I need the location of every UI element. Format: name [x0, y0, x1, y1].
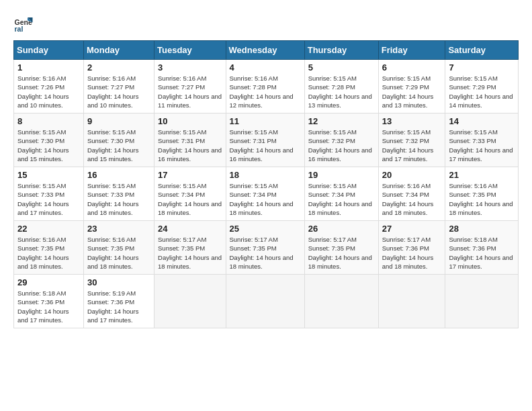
svg-text:ral: ral: [15, 25, 24, 33]
calendar-cell-day-28: 28Sunrise: 5:18 AMSunset: 7:36 PMDayligh…: [445, 221, 519, 275]
day-info: Sunrise: 5:16 AMSunset: 7:35 PMDaylight:…: [87, 235, 150, 271]
column-header-tuesday: Tuesday: [154, 41, 226, 60]
day-info: Sunrise: 5:15 AMSunset: 7:31 PMDaylight:…: [158, 128, 222, 163]
day-info: Sunrise: 5:15 AMSunset: 7:33 PMDaylight:…: [449, 128, 515, 163]
day-number: 3: [158, 62, 222, 73]
calendar-cell-day-1: 1Sunrise: 5:16 AMSunset: 7:26 PMDaylight…: [14, 60, 84, 113]
day-number: 19: [308, 170, 375, 180]
calendar-cell-day-17: 17Sunrise: 5:15 AMSunset: 7:34 PMDayligh…: [154, 167, 226, 221]
day-number: 30: [87, 277, 150, 287]
logo-icon: Gene ral: [13, 13, 34, 34]
column-header-monday: Monday: [83, 41, 154, 60]
day-number: 5: [308, 62, 375, 73]
calendar-cell-day-13: 13Sunrise: 5:15 AMSunset: 7:32 PMDayligh…: [378, 113, 445, 167]
day-info: Sunrise: 5:16 AMSunset: 7:35 PMDaylight:…: [17, 235, 80, 271]
day-info: Sunrise: 5:17 AMSunset: 7:36 PMDaylight:…: [382, 235, 442, 271]
day-info: Sunrise: 5:17 AMSunset: 7:35 PMDaylight:…: [158, 235, 222, 271]
day-info: Sunrise: 5:16 AMSunset: 7:28 PMDaylight:…: [230, 74, 301, 109]
day-number: 6: [382, 62, 442, 73]
day-info: Sunrise: 5:15 AMSunset: 7:29 PMDaylight:…: [449, 74, 515, 109]
day-number: 27: [382, 224, 442, 234]
day-number: 13: [382, 116, 442, 126]
day-info: Sunrise: 5:15 AMSunset: 7:30 PMDaylight:…: [87, 128, 150, 163]
day-info: Sunrise: 5:15 AMSunset: 7:33 PMDaylight:…: [17, 181, 80, 217]
day-number: 9: [87, 116, 150, 126]
empty-cell: [304, 275, 378, 328]
day-info: Sunrise: 5:16 AMSunset: 7:35 PMDaylight:…: [449, 181, 515, 217]
calendar-week-3: 15Sunrise: 5:15 AMSunset: 7:33 PMDayligh…: [14, 167, 519, 221]
day-number: 15: [17, 170, 80, 180]
day-info: Sunrise: 5:18 AMSunset: 7:36 PMDaylight:…: [449, 235, 515, 271]
calendar-week-4: 22Sunrise: 5:16 AMSunset: 7:35 PMDayligh…: [14, 221, 519, 275]
day-info: Sunrise: 5:16 AMSunset: 7:27 PMDaylight:…: [87, 74, 150, 109]
calendar-cell-day-22: 22Sunrise: 5:16 AMSunset: 7:35 PMDayligh…: [14, 221, 84, 275]
day-info: Sunrise: 5:15 AMSunset: 7:34 PMDaylight:…: [158, 181, 222, 217]
day-info: Sunrise: 5:15 AMSunset: 7:30 PMDaylight:…: [17, 128, 80, 163]
calendar-cell-day-21: 21Sunrise: 5:16 AMSunset: 7:35 PMDayligh…: [445, 167, 519, 221]
day-number: 11: [230, 116, 301, 126]
calendar-cell-day-7: 7Sunrise: 5:15 AMSunset: 7:29 PMDaylight…: [445, 60, 519, 113]
column-header-friday: Friday: [378, 41, 445, 60]
calendar-cell-day-9: 9Sunrise: 5:15 AMSunset: 7:30 PMDaylight…: [83, 113, 154, 167]
day-number: 10: [158, 116, 222, 126]
calendar-cell-day-12: 12Sunrise: 5:15 AMSunset: 7:32 PMDayligh…: [304, 113, 378, 167]
calendar-header-row: SundayMondayTuesdayWednesdayThursdayFrid…: [14, 41, 519, 60]
day-info: Sunrise: 5:17 AMSunset: 7:35 PMDaylight:…: [308, 235, 375, 271]
day-info: Sunrise: 5:15 AMSunset: 7:32 PMDaylight:…: [308, 128, 375, 163]
day-number: 18: [230, 170, 301, 180]
day-info: Sunrise: 5:19 AMSunset: 7:36 PMDaylight:…: [87, 289, 150, 324]
day-number: 29: [17, 277, 80, 287]
day-info: Sunrise: 5:15 AMSunset: 7:31 PMDaylight:…: [230, 128, 301, 163]
column-header-sunday: Sunday: [14, 41, 84, 60]
calendar-cell-day-11: 11Sunrise: 5:15 AMSunset: 7:31 PMDayligh…: [226, 113, 304, 167]
day-info: Sunrise: 5:15 AMSunset: 7:28 PMDaylight:…: [308, 74, 375, 109]
calendar-cell-day-15: 15Sunrise: 5:15 AMSunset: 7:33 PMDayligh…: [14, 167, 84, 221]
calendar-cell-day-24: 24Sunrise: 5:17 AMSunset: 7:35 PMDayligh…: [154, 221, 226, 275]
day-number: 23: [87, 224, 150, 234]
day-info: Sunrise: 5:15 AMSunset: 7:34 PMDaylight:…: [308, 181, 375, 217]
calendar-cell-day-29: 29Sunrise: 5:18 AMSunset: 7:36 PMDayligh…: [14, 275, 84, 328]
calendar-cell-day-30: 30Sunrise: 5:19 AMSunset: 7:36 PMDayligh…: [83, 275, 154, 328]
day-number: 20: [382, 170, 442, 180]
day-info: Sunrise: 5:17 AMSunset: 7:35 PMDaylight:…: [230, 235, 301, 271]
calendar-week-1: 1Sunrise: 5:16 AMSunset: 7:26 PMDaylight…: [14, 60, 519, 113]
calendar-cell-day-14: 14Sunrise: 5:15 AMSunset: 7:33 PMDayligh…: [445, 113, 519, 167]
calendar-cell-day-18: 18Sunrise: 5:15 AMSunset: 7:34 PMDayligh…: [226, 167, 304, 221]
calendar-cell-day-26: 26Sunrise: 5:17 AMSunset: 7:35 PMDayligh…: [304, 221, 378, 275]
column-header-saturday: Saturday: [445, 41, 519, 60]
calendar-cell-day-25: 25Sunrise: 5:17 AMSunset: 7:35 PMDayligh…: [226, 221, 304, 275]
day-number: 2: [87, 62, 150, 73]
day-number: 7: [449, 62, 515, 73]
day-info: Sunrise: 5:15 AMSunset: 7:34 PMDaylight:…: [230, 181, 301, 217]
calendar-cell-day-6: 6Sunrise: 5:15 AMSunset: 7:29 PMDaylight…: [378, 60, 445, 113]
calendar-week-2: 8Sunrise: 5:15 AMSunset: 7:30 PMDaylight…: [14, 113, 519, 167]
calendar-cell-day-3: 3Sunrise: 5:16 AMSunset: 7:27 PMDaylight…: [154, 60, 226, 113]
day-info: Sunrise: 5:15 AMSunset: 7:32 PMDaylight:…: [382, 128, 442, 163]
column-header-wednesday: Wednesday: [226, 41, 304, 60]
calendar-cell-day-5: 5Sunrise: 5:15 AMSunset: 7:28 PMDaylight…: [304, 60, 378, 113]
column-header-thursday: Thursday: [304, 41, 378, 60]
day-number: 16: [87, 170, 150, 180]
day-info: Sunrise: 5:16 AMSunset: 7:26 PMDaylight:…: [17, 74, 80, 109]
day-info: Sunrise: 5:16 AMSunset: 7:34 PMDaylight:…: [382, 181, 442, 217]
empty-cell: [154, 275, 226, 328]
calendar-cell-day-8: 8Sunrise: 5:15 AMSunset: 7:30 PMDaylight…: [14, 113, 84, 167]
day-number: 4: [230, 62, 301, 73]
empty-cell: [226, 275, 304, 328]
calendar-cell-day-20: 20Sunrise: 5:16 AMSunset: 7:34 PMDayligh…: [378, 167, 445, 221]
day-info: Sunrise: 5:16 AMSunset: 7:27 PMDaylight:…: [158, 74, 222, 109]
calendar-cell-day-10: 10Sunrise: 5:15 AMSunset: 7:31 PMDayligh…: [154, 113, 226, 167]
day-number: 26: [308, 224, 375, 234]
day-number: 28: [449, 224, 515, 234]
day-number: 22: [17, 224, 80, 234]
day-info: Sunrise: 5:15 AMSunset: 7:29 PMDaylight:…: [382, 74, 442, 109]
calendar-cell-day-2: 2Sunrise: 5:16 AMSunset: 7:27 PMDaylight…: [83, 60, 154, 113]
day-number: 12: [308, 116, 375, 126]
calendar-week-5: 29Sunrise: 5:18 AMSunset: 7:36 PMDayligh…: [14, 275, 519, 328]
logo: Gene ral: [13, 13, 36, 34]
calendar-cell-day-4: 4Sunrise: 5:16 AMSunset: 7:28 PMDaylight…: [226, 60, 304, 113]
calendar-cell-day-16: 16Sunrise: 5:15 AMSunset: 7:33 PMDayligh…: [83, 167, 154, 221]
day-info: Sunrise: 5:18 AMSunset: 7:36 PMDaylight:…: [17, 289, 80, 324]
day-number: 14: [449, 116, 515, 126]
day-number: 24: [158, 224, 222, 234]
